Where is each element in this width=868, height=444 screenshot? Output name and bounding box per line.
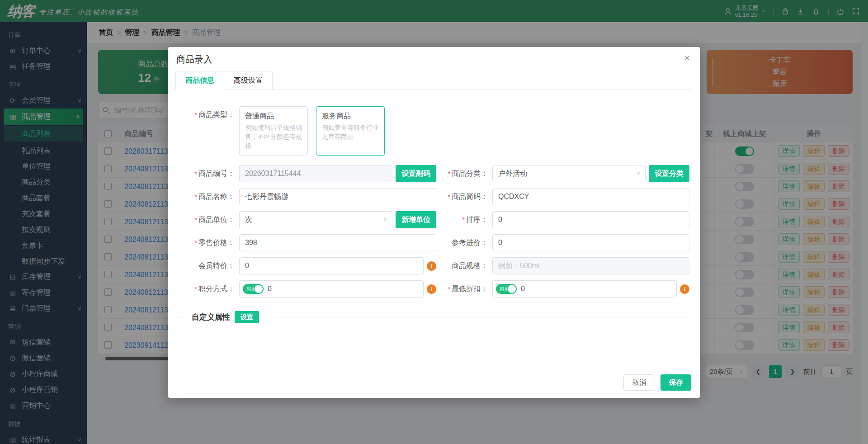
custom-attr-divider: 自定义属性 设置 [175, 311, 693, 323]
unit-select[interactable]: 次 [239, 211, 392, 228]
close-icon[interactable]: × [681, 52, 693, 64]
type-card-title: 普通商品 [245, 112, 302, 121]
unit-label: 商品单位： [198, 216, 235, 223]
type-card-service[interactable]: 服务商品 例如美业等服务行业无库存商品 [316, 106, 385, 156]
required-mark: * [448, 193, 450, 200]
tab-advanced-settings[interactable]: 高级设置 [224, 71, 273, 90]
required-mark: * [194, 170, 197, 177]
required-mark: * [194, 216, 197, 223]
min-discount-input[interactable] [492, 280, 677, 298]
product-entry-modal: 商品录入 × 商品信息 高级设置 *商品类型： 普通商品 例如便利店单规格销售，… [168, 47, 700, 398]
required-mark: * [194, 193, 197, 200]
type-card-desc: 例如便利店单规格销售，不区分颜色等规格 [245, 123, 302, 150]
points-enable-toggle[interactable]: 启用 [243, 284, 264, 294]
product-form: *商品类型： 普通商品 例如便利店单规格销售，不区分颜色等规格 服务商品 例如美… [175, 106, 693, 323]
info-icon[interactable]: i [427, 261, 436, 271]
required-mark: * [194, 111, 197, 118]
modal-title: 商品录入 [175, 47, 693, 71]
purchase-price-input[interactable] [492, 234, 689, 251]
tab-product-info[interactable]: 商品信息 [175, 71, 224, 90]
required-mark: * [462, 216, 465, 223]
short-code-label: 商品简码： [452, 193, 488, 200]
modal-tabs: 商品信息 高级设置 [175, 71, 693, 90]
required-mark: * [448, 170, 450, 177]
points-value-input[interactable] [239, 280, 424, 298]
product-category-select[interactable]: 户外活动 [492, 165, 646, 182]
short-code-input[interactable] [492, 188, 689, 205]
product-name-input[interactable] [239, 188, 436, 205]
info-icon[interactable]: i [427, 284, 436, 294]
retail-price-input[interactable] [239, 234, 436, 251]
product-code-input[interactable] [239, 165, 392, 182]
retail-price-label: 零售价格： [198, 239, 235, 246]
points-mode-label: 积分方式： [198, 285, 235, 293]
set-category-button[interactable]: 设置分类 [649, 165, 689, 182]
custom-attr-set-button[interactable]: 设置 [235, 311, 259, 323]
sort-input[interactable] [492, 211, 689, 228]
type-card-desc: 例如美业等服务行业无库存商品 [322, 123, 379, 141]
min-discount-enable-toggle[interactable]: 启用 [496, 284, 517, 294]
required-mark: * [194, 285, 197, 293]
custom-attr-label: 自定义属性 [192, 312, 230, 322]
cancel-button[interactable]: 取消 [623, 374, 655, 391]
add-unit-button[interactable]: 新增单位 [396, 211, 436, 228]
spec-label: 商品规格： [452, 262, 488, 269]
info-icon[interactable]: i [680, 284, 689, 294]
product-category-label: 商品分类： [452, 170, 488, 177]
member-price-input[interactable] [239, 257, 424, 274]
purchase-price-label: 参考进价： [452, 239, 488, 246]
product-type-label: 商品类型： [198, 111, 235, 118]
type-card-title: 服务商品 [322, 112, 379, 121]
required-mark: * [194, 239, 197, 246]
product-code-label: 商品编号： [198, 170, 235, 177]
product-name-label: 商品名称： [198, 193, 235, 200]
set-subcode-button[interactable]: 设置副码 [396, 165, 436, 182]
save-button[interactable]: 保存 [660, 374, 691, 391]
type-card-normal[interactable]: 普通商品 例如便利店单规格销售，不区分颜色等规格 [239, 106, 308, 156]
sort-label: 排序： [466, 216, 488, 223]
min-discount-label: 最低折扣： [452, 285, 488, 293]
spec-input[interactable] [492, 257, 689, 274]
member-price-label: 会员特价： [198, 262, 235, 269]
required-mark: * [448, 285, 450, 293]
